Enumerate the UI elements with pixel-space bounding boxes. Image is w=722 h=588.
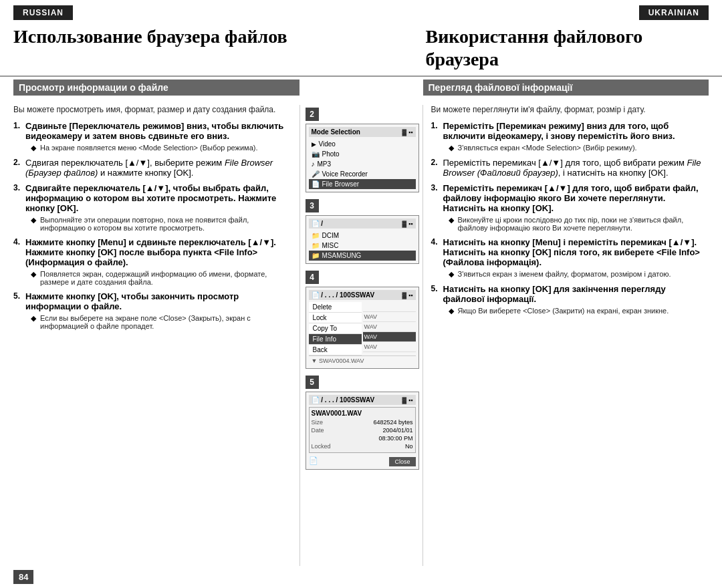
file-date-row: Date 2004/01/01 xyxy=(312,426,413,434)
ukrainian-tab: UKRAINIAN xyxy=(639,5,709,20)
screens-column: 2 Mode Selection ▓ ▪▪ Video xyxy=(299,105,423,566)
screen-header-5: 📄 / . . . / 100SSWAV ▓ ▪▪ xyxy=(309,395,416,405)
file-wav-1: WAV xyxy=(363,312,416,322)
screen-2: 2 Mode Selection ▓ ▪▪ Video xyxy=(306,108,419,192)
step-num: 3. xyxy=(431,183,443,192)
folder-label-misc: MISC xyxy=(322,242,339,249)
filebrowser-icon: 📄 xyxy=(312,180,320,188)
size-value: 6482524 bytes xyxy=(373,419,412,426)
menu-fileinfo[interactable]: File Info xyxy=(309,334,362,345)
mp3-icon: ♪ xyxy=(312,160,315,168)
screen-num-5: 5 xyxy=(306,376,319,389)
step-num: 5. xyxy=(431,284,443,293)
page-footer: 84 xyxy=(0,566,722,588)
folder-path-3: 📄 / xyxy=(312,220,324,227)
screen-icons-4: ▓ ▪▪ xyxy=(402,292,413,299)
file-wav-2: WAV xyxy=(363,322,416,332)
screen-num-2: 2 xyxy=(306,108,319,121)
signal-icon-3: ▪▪ xyxy=(408,220,412,227)
filebrowser-label: File Browser xyxy=(322,180,360,188)
path-header-4: 📄 / . . . / 100SSWAV xyxy=(312,291,375,299)
step-text: Натисніть на кнопку [OK] для закінчення … xyxy=(443,284,666,304)
battery-icon-5: ▓ xyxy=(402,397,407,404)
step-num: 2. xyxy=(13,158,25,167)
signal-icon: ▪▪ xyxy=(408,129,412,136)
time-label xyxy=(312,435,338,442)
screen-header-2: Mode Selection ▓ ▪▪ xyxy=(309,127,416,137)
screen-row-filebrowser: 📄 File Browser xyxy=(309,179,416,189)
screen-box-2: Mode Selection ▓ ▪▪ Video 📷 Photo xyxy=(306,124,419,192)
battery-icon: ▓ xyxy=(402,129,407,136)
video-icon xyxy=(312,140,316,148)
screen-4: 4 📄 / . . . / 100SSWAV ▓ ▪▪ Delete Lock xyxy=(306,271,419,369)
date-value: 2004/01/01 xyxy=(382,427,412,434)
russian-step-5: 5. Нажмите кнопку [OK], чтобы закончить … xyxy=(13,291,291,330)
screen-icons-2: ▓ ▪▪ xyxy=(402,129,413,136)
step-bullet: ◆ Появляется экран, содержащий информаци… xyxy=(25,270,291,286)
file-wav-3: WAV xyxy=(363,332,416,342)
menu-copyto[interactable]: Copy To xyxy=(309,323,362,334)
step-bullet: ◆ Виконуйте ці кроки послідовно до тих п… xyxy=(443,216,709,232)
ukrainian-step-4: 4. Натисніть на кнопку [Menu] і переміст… xyxy=(431,237,709,279)
step-num: 2. xyxy=(431,158,443,167)
ukrainian-step-5: 5. Натисніть на кнопку [OK] для закінчен… xyxy=(431,284,709,315)
locked-label: Locked xyxy=(312,443,338,450)
signal-icon-5: ▪▪ xyxy=(408,397,412,404)
folder-dcim: 📁 DCIM xyxy=(309,231,416,241)
photo-label: Photo xyxy=(322,150,340,158)
step-text: Сдвигая переключатель [▲/▼], выберите ре… xyxy=(25,158,273,178)
file-size-row: Size 6482524 bytes xyxy=(312,418,413,426)
menu-lock[interactable]: Lock xyxy=(309,313,362,323)
screen-row-photo: 📷 Photo xyxy=(309,149,416,159)
screen-num-3: 3 xyxy=(306,199,319,212)
voice-icon: 🎤 xyxy=(312,170,320,178)
step-text: Нажмите кнопку [OK], чтобы закончить про… xyxy=(25,291,239,311)
date-label: Date xyxy=(312,427,338,434)
step-text: Сдвигайте переключатель [▲/▼], чтобы выб… xyxy=(25,183,276,213)
step-num: 3. xyxy=(13,183,25,192)
close-button[interactable]: Close xyxy=(389,457,415,466)
voice-label: Voice Recorder xyxy=(322,170,368,178)
file-icon-bottom: 📄 xyxy=(309,456,318,465)
filename-display: SWAV0001.WAV xyxy=(312,410,413,417)
step-num: 4. xyxy=(431,237,443,247)
screen-num-4: 4 xyxy=(306,271,319,284)
ukrainian-title: Використання файлового браузера xyxy=(426,25,709,70)
ukrainian-step-2: 2. Перемістіть перемикач [▲/▼] для того,… xyxy=(431,158,709,178)
folder-msamsung: 📁 MSAMSUNG xyxy=(309,251,416,261)
screen-header-3: 📄 / ▓ ▪▪ xyxy=(309,218,416,229)
path-header-5: 📄 / . . . / 100SSWAV xyxy=(312,396,375,404)
step-bullet: ◆ Если вы выберете на экране поле <Close… xyxy=(25,314,291,330)
battery-icon-3: ▓ xyxy=(402,220,407,227)
step-num: 1. xyxy=(13,121,25,130)
screen-3: 3 📄 / ▓ ▪▪ 📁 DCIM 📁 xyxy=(306,199,419,264)
russian-title: Использование браузера файлов xyxy=(13,25,297,48)
menu-delete[interactable]: Delete xyxy=(309,302,362,313)
ukrainian-content: Ви можете переглянути ім'я файлу, формат… xyxy=(423,105,709,566)
screen-box-3: 📄 / ▓ ▪▪ 📁 DCIM 📁 MISC xyxy=(306,215,419,264)
menu-back[interactable]: Back xyxy=(309,345,362,355)
folder-icon-dcim: 📁 xyxy=(312,232,320,239)
screen-5: 5 📄 / . . . / 100SSWAV ▓ ▪▪ SWAV0001.WAV… xyxy=(306,376,419,470)
screen-row-mp3: ♪ MP3 xyxy=(309,159,416,169)
russian-step-4: 4. Нажмите кнопку [Menu] и сдвиньте пере… xyxy=(13,237,291,286)
step-num: 4. xyxy=(13,237,25,247)
russian-content: Вы можете просмотреть имя, формат, разме… xyxy=(13,105,299,566)
folder-icon-misc: 📁 xyxy=(312,242,320,249)
step-text: Перемістіть перемикач [▲/▼] для того, що… xyxy=(443,158,701,178)
file-time-row: 08:30:00 PM xyxy=(312,434,413,442)
file-info-box: SWAV0001.WAV Size 6482524 bytes Date 200… xyxy=(309,407,416,453)
step-bullet: ◆ На экране появляется меню <Mode Select… xyxy=(25,144,291,152)
file-locked-row: Locked No xyxy=(312,442,413,450)
mp3-label: MP3 xyxy=(318,160,332,168)
step-num: 5. xyxy=(13,291,25,301)
step-text: Натисніть на кнопку [Menu] і перемістіть… xyxy=(443,237,700,267)
screen-icons-5: ▓ ▪▪ xyxy=(402,397,413,404)
signal-icon-4: ▪▪ xyxy=(408,292,412,299)
time-value: 08:30:00 PM xyxy=(378,435,412,442)
battery-icon-4: ▓ xyxy=(402,292,407,299)
russian-step-2: 2. Сдвигая переключатель [▲/▼], выберите… xyxy=(13,158,291,178)
screen-row-voice: 🎤 Voice Recorder xyxy=(309,169,416,179)
folder-label-msamsung: MSAMSUNG xyxy=(322,252,362,259)
step-bullet: ◆ Якщо Ви виберете <Close> (Закрити) на … xyxy=(443,307,709,315)
